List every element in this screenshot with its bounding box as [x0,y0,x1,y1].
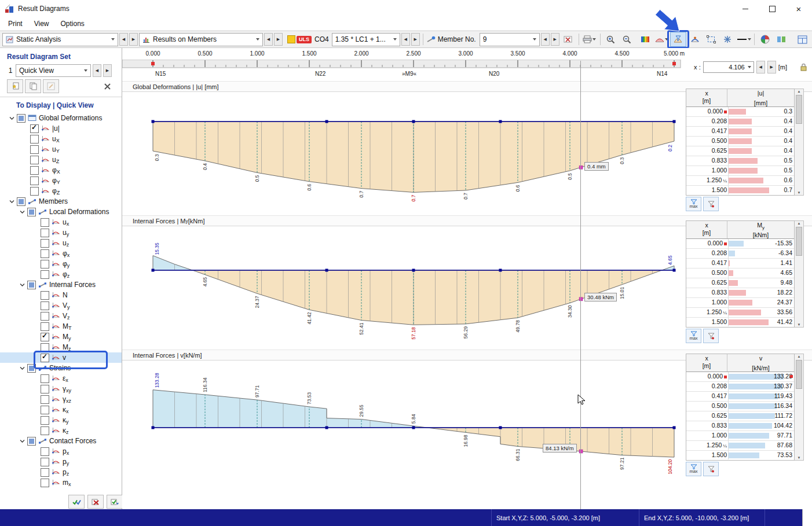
table-row[interactable]: 1.50073.53 [686,451,794,459]
results-category-combo[interactable]: Results on Members [139,33,263,46]
tree-item-global-deformations[interactable]: Global Deformations [0,113,122,123]
checkbox[interactable] [30,124,39,133]
prev-category-button[interactable]: ◀ [264,33,273,46]
checkbox[interactable] [17,114,25,123]
deselect-all-button[interactable] [87,495,104,509]
checkbox[interactable] [30,156,39,164]
tree-item-z[interactable]: φz [0,269,122,279]
checkbox[interactable] [41,426,49,435]
checkbox[interactable] [41,447,49,456]
moment-chart[interactable]: 15.354.6524.3741.4252.4157.1856.2949.783… [122,226,681,350]
print-button[interactable] [582,32,597,46]
zoom-in-button[interactable] [603,32,619,46]
table-max-button[interactable]: max [686,197,701,211]
menu-view[interactable]: View [28,20,55,28]
tree-item-n[interactable]: N [0,290,122,300]
tree-item-strains[interactable]: Strains [0,363,122,373]
prev-set-button[interactable]: ◀ [93,64,101,77]
table-scrollbar[interactable]: ▲▼ [795,354,804,461]
clipping-box-button[interactable] [704,32,719,46]
table-scrollbar[interactable]: ▲▼ [795,220,804,328]
tree-item-x[interactable]: εx [0,373,122,384]
table-row[interactable]: 0.208-6.34 [686,249,794,259]
checkbox[interactable] [27,208,36,216]
table-row[interactable]: 0.5000.4 [686,137,794,146]
checkbox[interactable] [41,312,49,321]
result-values-button[interactable] [654,32,669,46]
copy-set-button[interactable] [25,79,41,93]
checkbox[interactable] [41,374,49,383]
tree-item-local-deformations[interactable]: Local Deformations [0,207,122,217]
checkbox[interactable] [41,322,49,331]
table-row[interactable]: 0.500116.34 [686,402,794,411]
tree-item-u[interactable]: |u| [0,123,122,134]
prev-analysis-button[interactable]: ◀ [119,33,128,46]
scroll-thumb[interactable] [796,95,802,124]
table-filter-button[interactable] [703,329,719,343]
next-category-button[interactable]: ▶ [274,33,283,46]
checkbox[interactable] [41,218,49,227]
tree-item-x[interactable]: κx [0,404,122,415]
table-row[interactable]: 0.2080.4 [686,117,794,127]
checkbox[interactable] [41,458,49,466]
expander-icon[interactable] [20,210,25,214]
checkbox[interactable] [41,406,49,414]
tree-item-y[interactable]: φy [0,259,122,269]
table-row[interactable]: 0.0000.3 [686,107,794,117]
checkbox[interactable] [27,364,36,373]
shear-flow-chart[interactable]: 133.28116.3497.7173.5329.555.8416.9866.3… [122,361,681,509]
checkbox[interactable] [30,187,39,196]
checkbox[interactable] [41,229,49,237]
tree-item-xz[interactable]: γxz [0,394,122,404]
table-row[interactable]: 1.50041.42 [686,318,794,326]
expander-icon[interactable] [20,366,25,370]
checkbox[interactable] [27,281,36,289]
table-row[interactable]: 0.6259.48 [686,278,794,288]
scroll-thumb[interactable] [796,360,802,389]
tree-item-u-x[interactable]: ux [0,217,122,227]
deformation-chart[interactable]: 0.30.40.50.60.70.70.70.60.50.30.2 [122,92,681,215]
tree-item-m-x[interactable]: mx [0,477,122,488]
analysis-type-combo[interactable]: Static Analysis [2,33,118,46]
table-row[interactable]: 0.83318.22 [686,288,794,298]
next-combination-button[interactable]: ▶ [411,33,420,46]
checkbox[interactable] [17,197,25,206]
select-all-button[interactable] [68,495,85,509]
graphics-settings-button[interactable] [758,32,773,46]
tree-item-v-y[interactable]: Vy [0,300,122,311]
expander-icon[interactable] [20,439,25,443]
table-row[interactable]: 0.417119.43 [686,392,794,402]
load-combination-combo[interactable]: 1.35 * LC1 + 1... [332,33,400,46]
table-row[interactable]: 0.000-15.35 [686,239,794,249]
apply-selection-button[interactable] [107,495,123,509]
tree-item-z[interactable]: φZ [0,186,122,196]
result-diagram-filter-button[interactable] [670,32,686,47]
member-no-combo[interactable]: 9 [480,33,540,46]
zoom-out-button[interactable] [620,32,635,46]
table-filter-button[interactable] [703,197,719,211]
scroll-up-arrow[interactable]: ▲ [795,355,803,358]
checkbox[interactable] [41,479,49,487]
tree-item-u-y[interactable]: uY [0,144,122,155]
scroll-down-arrow[interactable]: ▼ [795,456,803,459]
checkbox[interactable] [41,260,49,268]
delete-set-button[interactable] [100,80,115,93]
checkbox[interactable] [41,270,49,279]
tree-item-p-z[interactable]: pz [0,467,122,477]
tree-item-u-z[interactable]: uZ [0,155,122,165]
scroll-up-arrow[interactable]: ▲ [795,90,803,93]
tree-item-m-z[interactable]: Mz [0,342,122,352]
control-panel-button[interactable] [795,32,810,46]
tree-item-y[interactable]: κy [0,415,122,425]
tree-item-v[interactable]: v [0,352,122,363]
quick-view-combo[interactable]: Quick View [16,64,91,77]
table-row[interactable]: 1.250¼0.6 [686,176,794,186]
tree-item-xy[interactable]: γxy [0,384,122,394]
checkbox[interactable] [41,333,49,341]
scroll-up-arrow[interactable]: ▲ [795,222,803,225]
table-row[interactable]: 0.4170.4 [686,127,794,137]
maximize-button[interactable] [759,0,785,17]
table-filter-button[interactable] [703,462,719,476]
checkbox[interactable] [41,468,49,477]
line-style-button[interactable] [736,32,751,46]
